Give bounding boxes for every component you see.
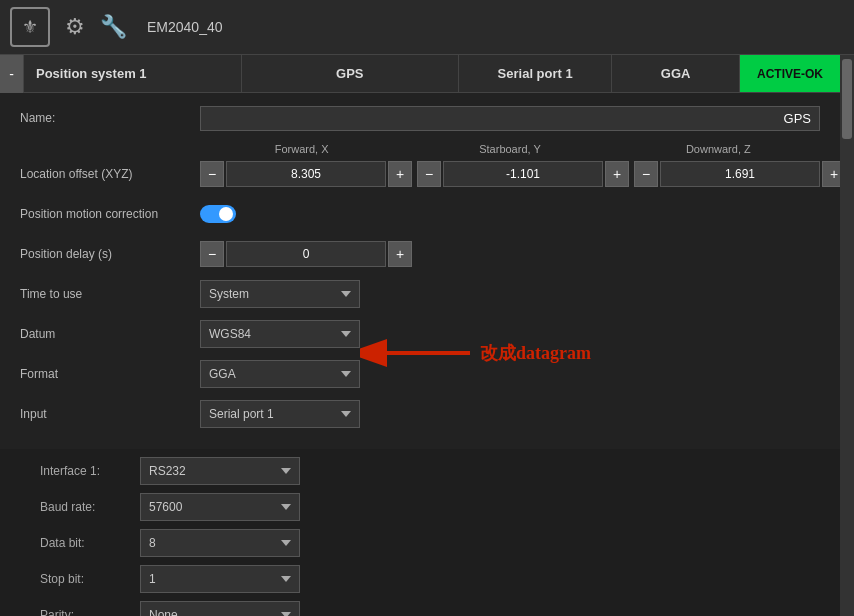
input-label: Input: [20, 407, 200, 421]
format-select[interactable]: GGA GLL NMEA: [200, 360, 360, 388]
position-delay-input[interactable]: [226, 241, 386, 267]
name-label: Name:: [20, 111, 200, 125]
interface-select[interactable]: RS232 RS422 UDP: [140, 457, 300, 485]
downward-plus-button[interactable]: +: [822, 161, 840, 187]
location-offset-row: Location offset (XYZ) − + − +: [20, 159, 820, 189]
position-delay-row: Position delay (s) − +: [20, 239, 820, 269]
time-to-use-label: Time to use: [20, 287, 200, 301]
input-select[interactable]: Serial port 1 Serial port 2: [200, 400, 360, 428]
settings-icon[interactable]: ⚙: [65, 14, 85, 40]
app-title: EM2040_40: [147, 19, 223, 35]
downward-xyz-group: − +: [634, 161, 840, 187]
position-motion-label: Position motion correction: [20, 207, 200, 221]
scrollbar-thumb[interactable]: [842, 59, 852, 139]
starboard-minus-button[interactable]: −: [417, 161, 441, 187]
position-motion-row: Position motion correction: [20, 199, 820, 229]
location-offset-label: Location offset (XYZ): [20, 167, 200, 181]
position-motion-toggle[interactable]: [200, 205, 236, 223]
databit-row: Data bit: 7 8: [40, 529, 820, 557]
parity-row: Parity: None Even Odd: [40, 601, 820, 616]
databit-label: Data bit:: [40, 536, 140, 550]
header-position-system: Position system 1: [24, 55, 242, 92]
name-input[interactable]: [200, 106, 820, 131]
format-row: Format GGA GLL NMEA: [20, 359, 820, 389]
time-to-use-select[interactable]: System Datagram: [200, 280, 360, 308]
xyz-headers: Forward, X Starboard, Y Downward, Z: [200, 143, 820, 155]
stopbit-row: Stop bit: 1 2: [40, 565, 820, 593]
interface-row: Interface 1: RS232 RS422 UDP: [40, 457, 820, 485]
forward-plus-button[interactable]: +: [388, 161, 412, 187]
parity-label: Parity:: [40, 608, 140, 616]
input-row: Input Serial port 1 Serial port 2: [20, 399, 820, 429]
forward-header: Forward, X: [200, 143, 403, 155]
stopbit-select[interactable]: 1 2: [140, 565, 300, 593]
position-delay-label: Position delay (s): [20, 247, 200, 261]
position-delay-minus-button[interactable]: −: [200, 241, 224, 267]
forward-minus-button[interactable]: −: [200, 161, 224, 187]
databit-select[interactable]: 7 8: [140, 529, 300, 557]
interface-label: Interface 1:: [40, 464, 140, 478]
header-gga: GGA: [612, 55, 740, 92]
downward-header: Downward, Z: [617, 143, 820, 155]
forward-input[interactable]: [226, 161, 386, 187]
datum-row: Datum WGS84 WGS72: [20, 319, 820, 349]
header-serial-port: Serial port 1: [459, 55, 612, 92]
toggle-thumb: [219, 207, 233, 221]
starboard-plus-button[interactable]: +: [605, 161, 629, 187]
starboard-header: Starboard, Y: [408, 143, 611, 155]
downward-input[interactable]: [660, 161, 820, 187]
baud-select[interactable]: 9600 19200 38400 57600 115200: [140, 493, 300, 521]
status-badge: ACTIVE-OK: [740, 55, 840, 92]
datum-label: Datum: [20, 327, 200, 341]
header-gps: GPS: [242, 55, 460, 92]
time-to-use-row: Time to use System Datagram: [20, 279, 820, 309]
collapse-button[interactable]: -: [0, 55, 24, 93]
name-row: Name:: [20, 103, 820, 133]
datum-select[interactable]: WGS84 WGS72: [200, 320, 360, 348]
logo-icon: ⚜: [10, 7, 50, 47]
position-system-header: - Position system 1 GPS Serial port 1 GG…: [0, 55, 840, 93]
parity-select[interactable]: None Even Odd: [140, 601, 300, 616]
stopbit-label: Stop bit:: [40, 572, 140, 586]
starboard-xyz-group: − +: [417, 161, 629, 187]
tools-icon[interactable]: 🔧: [100, 14, 127, 40]
baud-rate-row: Baud rate: 9600 19200 38400 57600 115200: [40, 493, 820, 521]
forward-xyz-group: − +: [200, 161, 412, 187]
starboard-input[interactable]: [443, 161, 603, 187]
downward-minus-button[interactable]: −: [634, 161, 658, 187]
format-label: Format: [20, 367, 200, 381]
baud-label: Baud rate:: [40, 500, 140, 514]
scrollbar[interactable]: [840, 55, 854, 616]
position-delay-plus-button[interactable]: +: [388, 241, 412, 267]
